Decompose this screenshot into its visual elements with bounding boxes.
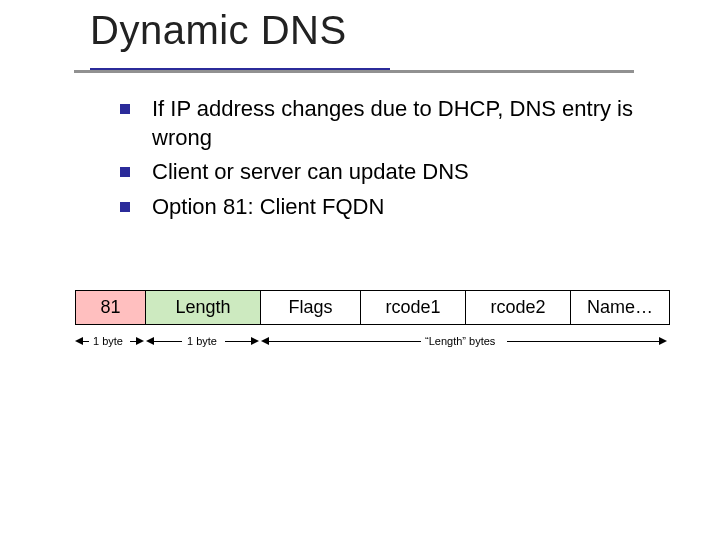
bullet-item: Option 81: Client FQDN [120, 193, 675, 222]
packet-cell-name: Name… [570, 290, 670, 325]
packet-cell-flags: Flags [260, 290, 360, 325]
slide-title-block: Dynamic DNS [90, 8, 347, 53]
bullet-item: If IP address changes due to DHCP, DNS e… [120, 95, 675, 152]
packet-cell-rcode1: rcode1 [360, 290, 465, 325]
square-bullet-icon [120, 202, 130, 212]
dim-line [269, 341, 421, 342]
arrow-right-icon [251, 337, 259, 345]
arrow-right-icon [136, 337, 144, 345]
packet-dimensions: 1 byte 1 byte “Length” bytes [75, 332, 670, 358]
title-shadow-line [74, 70, 634, 73]
bullet-item: Client or server can update DNS [120, 158, 675, 187]
bullet-text: Client or server can update DNS [152, 158, 469, 187]
arrow-left-icon [261, 337, 269, 345]
packet-cell-code: 81 [75, 290, 145, 325]
arrow-left-icon [75, 337, 83, 345]
dim-label: “Length” bytes [425, 335, 495, 347]
packet-cell-length: Length [145, 290, 260, 325]
dim-line [225, 341, 251, 342]
square-bullet-icon [120, 104, 130, 114]
square-bullet-icon [120, 167, 130, 177]
bullet-list: If IP address changes due to DHCP, DNS e… [120, 95, 675, 227]
packet-diagram: 81 Length Flags rcode1 rcode2 Name… [75, 290, 670, 325]
packet-cell-rcode2: rcode2 [465, 290, 570, 325]
bullet-text: If IP address changes due to DHCP, DNS e… [152, 95, 675, 152]
dim-line [507, 341, 659, 342]
dim-line [154, 341, 182, 342]
dim-label: 1 byte [187, 335, 217, 347]
slide-title: Dynamic DNS [90, 8, 347, 53]
dim-line [83, 341, 89, 342]
arrow-right-icon [659, 337, 667, 345]
bullet-text: Option 81: Client FQDN [152, 193, 384, 222]
dim-label: 1 byte [93, 335, 123, 347]
arrow-left-icon [146, 337, 154, 345]
